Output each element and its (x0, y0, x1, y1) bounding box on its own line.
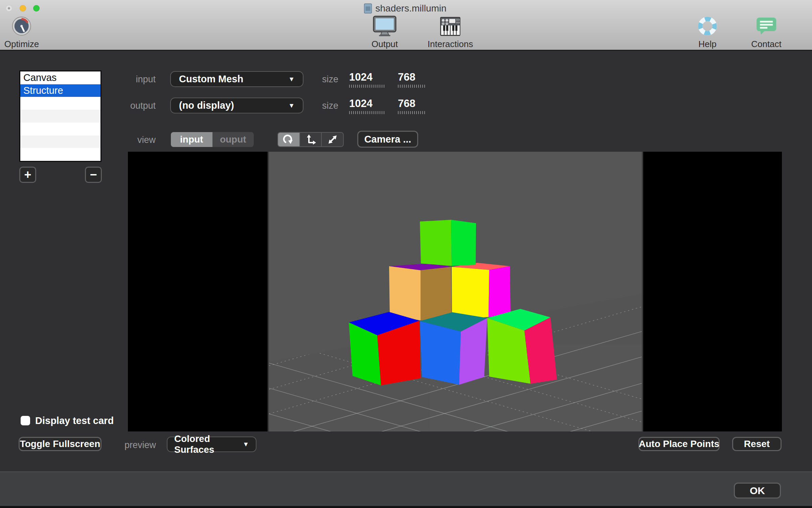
layer-list: CanvasStructure (19, 70, 102, 162)
toolbar-label-output: Output (371, 39, 398, 49)
remove-layer-button[interactable]: − (85, 167, 102, 183)
bottom-middle-cube-left-face (420, 321, 461, 385)
grid-line (269, 411, 642, 431)
zoom-button[interactable] (33, 5, 40, 12)
rotate-arrow-icon (283, 134, 294, 145)
layer-list-empty-row[interactable] (20, 148, 100, 161)
translate-tool-button[interactable] (300, 133, 322, 146)
drag-ticks (349, 111, 385, 114)
titlebar: shaders.millumin (364, 3, 447, 14)
add-layer-button[interactable]: + (19, 167, 36, 183)
reset-button[interactable]: Reset (732, 437, 782, 451)
chevron-down-icon: ▼ (288, 102, 295, 109)
input-label: input (108, 74, 156, 85)
input-size-width-value: 1024 (349, 71, 373, 83)
window-bottom-edge (0, 506, 812, 508)
layer-list-item[interactable]: Canvas (20, 71, 100, 84)
viewport-left-edge (268, 152, 269, 431)
grid-line (269, 383, 642, 431)
toolbar-item-interactions[interactable]: Interactions (428, 15, 473, 49)
drag-ticks (349, 85, 385, 88)
preview-mode-dropdown[interactable]: Colored Surfaces ▼ (167, 437, 256, 452)
output-display-dropdown[interactable]: (no display) ▼ (170, 98, 303, 113)
middle-right-cube-left-face (452, 267, 489, 320)
display-test-card-label: Display test card (35, 415, 114, 426)
toolbar-label-help: Help (698, 39, 716, 49)
view-label: view (108, 135, 156, 145)
output-size-height-value: 768 (398, 98, 415, 109)
input-size-height-value: 768 (398, 71, 415, 83)
toolbar-label-contact: Contact (751, 39, 782, 49)
speech-bubble-icon (756, 15, 776, 37)
layer-list-empty-row[interactable] (20, 135, 100, 148)
close-button[interactable] (6, 5, 12, 12)
input-source-value: Custom Mesh (179, 73, 243, 85)
minimize-button[interactable] (20, 5, 26, 12)
transform-tool-segmented-control (277, 132, 344, 147)
chevron-down-icon: ▼ (288, 76, 295, 83)
input-size-label: size (322, 74, 342, 85)
rotate-tool-button[interactable] (278, 133, 300, 146)
toolbar-item-optimize[interactable]: Optimize (4, 15, 39, 49)
viewport-right-edge (642, 152, 643, 431)
view-mode-ouput-option[interactable]: ouput (212, 132, 254, 147)
drag-ticks (398, 85, 426, 88)
scale-tool-button[interactable] (322, 133, 343, 146)
document-icon (364, 3, 372, 14)
top-cube-left-face (420, 220, 452, 266)
output-display-value: (no display) (179, 100, 234, 111)
translate-arrows-icon (305, 134, 316, 145)
preview-area (128, 152, 782, 431)
camera-button[interactable]: Camera ... (357, 131, 418, 148)
chevron-down-icon: ▼ (243, 441, 249, 448)
preview-label: preview (109, 440, 156, 450)
view-mode-segmented-control: input ouput (171, 132, 254, 147)
3d-viewport[interactable] (269, 152, 642, 431)
millumin-output-window: shaders.millumin Optimize (0, 0, 812, 508)
drag-ticks (398, 111, 426, 114)
middle-right-cube-right-face (489, 266, 511, 317)
toolbar-item-help[interactable]: Help (697, 15, 718, 49)
preview-mode-value: Colored Surfaces (174, 433, 243, 455)
toggle-fullscreen-button[interactable]: Toggle Fullscreen (19, 437, 102, 451)
middle-left-cube-right-face (421, 267, 452, 320)
toolbar-label-optimize: Optimize (4, 39, 39, 49)
lifebuoy-icon (697, 15, 718, 37)
input-size-width-field[interactable]: 1024 (349, 71, 385, 88)
output-size-width-value: 1024 (349, 98, 373, 109)
layer-list-empty-row[interactable] (20, 123, 100, 135)
preview-scene (269, 152, 642, 431)
scale-arrow-icon (327, 134, 338, 145)
layer-list-item[interactable]: Structure (20, 84, 100, 97)
input-size-height-field[interactable]: 768 (398, 71, 426, 88)
toolbar: shaders.millumin Optimize (0, 0, 812, 51)
output-label: output (108, 101, 156, 111)
output-size-height-field[interactable]: 768 (398, 98, 426, 114)
gauge-icon (12, 15, 31, 37)
layer-list-empty-row[interactable] (20, 110, 100, 123)
footer-bar: OK (0, 471, 812, 506)
top-cube-right-face (451, 220, 476, 266)
output-size-label: size (322, 101, 342, 111)
monitor-icon (373, 15, 397, 37)
ok-button[interactable]: OK (734, 483, 781, 499)
display-test-card-checkbox[interactable] (21, 416, 30, 425)
window-title: shaders.millumin (376, 3, 447, 14)
view-mode-input-option[interactable]: input (171, 132, 212, 147)
auto-place-points-button[interactable]: Auto Place Points (638, 437, 720, 451)
middle-left-cube-left-face (389, 266, 421, 320)
toolbar-label-interactions: Interactions (428, 39, 473, 49)
output-size-width-field[interactable]: 1024 (349, 98, 385, 114)
layer-list-empty-row[interactable] (20, 97, 100, 110)
input-source-dropdown[interactable]: Custom Mesh ▼ (170, 71, 303, 87)
grid-line (269, 388, 642, 431)
midi-keyboard-icon (440, 15, 460, 37)
toolbar-item-contact[interactable]: Contact (751, 15, 782, 49)
toolbar-item-output[interactable]: Output (371, 15, 398, 49)
